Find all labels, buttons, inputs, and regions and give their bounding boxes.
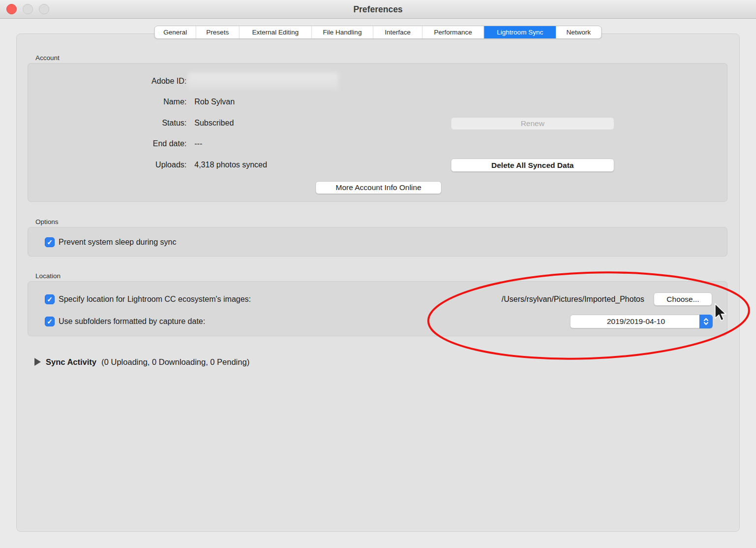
status-value: Subscribed	[194, 118, 234, 129]
disclosure-triangle-icon[interactable]	[34, 358, 41, 366]
sync-activity-title[interactable]: Sync Activity	[46, 357, 96, 367]
prevent-sleep-label: Prevent system sleep during sync	[59, 237, 176, 248]
title-bar: Preferences	[0, 0, 756, 19]
tab-lightroom-sync[interactable]: Lightroom Sync	[484, 26, 556, 38]
options-section: ✓ Prevent system sleep during sync	[28, 227, 727, 257]
tab-performance[interactable]: Performance	[423, 26, 484, 38]
checkmark-icon: ✓	[47, 295, 53, 303]
location-section: ✓ Specify location for Lightroom CC ecos…	[28, 281, 727, 336]
adobe-id-redacted-value	[188, 73, 338, 90]
chevron-up-down-icon	[699, 315, 713, 328]
end-date-value: ---	[194, 138, 202, 149]
status-label: Status:	[28, 118, 187, 129]
specify-location-label: Specify location for Lightroom CC ecosys…	[59, 294, 251, 305]
uploads-value: 4,318 photos synced	[194, 160, 267, 170]
prevent-sleep-checkbox[interactable]: ✓	[45, 237, 55, 247]
subfolder-format-dropdown[interactable]: 2019/2019-04-10	[570, 315, 713, 328]
checkmark-icon: ✓	[47, 318, 53, 325]
checkmark-icon: ✓	[47, 238, 53, 246]
options-section-label: Options	[35, 218, 59, 226]
location-path-value: /Users/rsylvan/Pictures/Imported_Photos	[502, 294, 644, 305]
tab-general[interactable]: General	[155, 26, 196, 38]
tab-network[interactable]: Network	[556, 26, 601, 38]
adobe-id-label: Adobe ID:	[28, 76, 187, 87]
uploads-label: Uploads:	[28, 160, 187, 170]
preferences-tab-bar: General Presets External Editing File Ha…	[155, 26, 602, 39]
use-subfolders-label: Use subfolders formatted by capture date…	[59, 316, 205, 327]
subfolder-format-value: 2019/2019-04-10	[573, 315, 698, 328]
preferences-window: { "window": { "title": "Preferences" }, …	[0, 0, 756, 548]
tab-presets[interactable]: Presets	[196, 26, 240, 38]
specify-location-checkbox[interactable]: ✓	[45, 294, 55, 304]
account-section: Adobe ID: Name: Rob Sylvan Status: Subsc…	[28, 63, 727, 202]
window-title: Preferences	[0, 0, 756, 19]
tab-interface[interactable]: Interface	[374, 26, 423, 38]
name-label: Name:	[28, 97, 187, 107]
sync-activity-row: Sync Activity (0 Uploading, 0 Downloadin…	[34, 356, 250, 368]
more-account-info-button[interactable]: More Account Info Online	[315, 181, 441, 194]
tab-external-editing[interactable]: External Editing	[240, 26, 312, 38]
account-section-label: Account	[35, 54, 60, 62]
tab-file-handling[interactable]: File Handling	[312, 26, 374, 38]
name-value: Rob Sylvan	[194, 97, 235, 107]
choose-button[interactable]: Choose...	[654, 292, 712, 306]
location-section-label: Location	[35, 272, 61, 280]
delete-synced-data-button[interactable]: Delete All Synced Data	[451, 159, 614, 172]
end-date-label: End date:	[28, 138, 187, 149]
use-subfolders-checkbox[interactable]: ✓	[45, 317, 55, 326]
renew-button: Renew	[451, 117, 614, 130]
sync-activity-counts: (0 Uploading, 0 Downloading, 0 Pending)	[101, 357, 250, 367]
